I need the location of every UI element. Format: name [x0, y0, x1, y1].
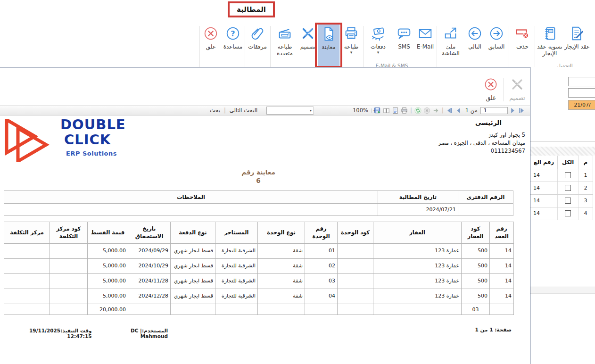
report-title-number: 6	[4, 176, 513, 185]
search-controls: بحث | البحث التالى	[210, 106, 257, 115]
help-button[interactable]: ? مساعدة	[222, 24, 244, 67]
help-icon: ?	[224, 25, 241, 42]
button-label: التالي	[468, 43, 481, 50]
button-label: عقد الإيجار	[564, 43, 590, 50]
next-page-icon[interactable]	[509, 107, 517, 115]
ribbon: غلق ? مساعدة مرفقات طباعة متعددة تصميم م…	[0, 21, 595, 70]
row-number-cell: 1	[578, 169, 593, 182]
page-setup-icon[interactable]	[391, 107, 399, 115]
row-number-cell: 3	[578, 194, 593, 207]
contract-number-cell: 14	[530, 194, 558, 207]
search-link[interactable]: بحث	[210, 107, 220, 114]
select-checkbox[interactable]	[565, 172, 571, 178]
form-input[interactable]	[568, 88, 595, 98]
table-cell: 2024/12/28	[128, 289, 171, 304]
date-field[interactable]: 21/07/	[568, 100, 595, 110]
refresh-icon[interactable]	[414, 107, 422, 115]
find-next-link[interactable]: البحث التالى	[230, 107, 257, 114]
sms-button[interactable]: SMS	[394, 24, 414, 67]
table-cell: عمارة 123	[373, 259, 462, 274]
payments-icon	[370, 25, 387, 42]
totals-cell	[338, 304, 373, 315]
select-checkbox[interactable]	[565, 185, 571, 191]
select-checkbox[interactable]	[565, 198, 571, 204]
table-cell	[4, 259, 50, 274]
main-table-header-row: رقم العقدكود العقارالعقاركود الوحدةرقم ا…	[4, 222, 514, 244]
table-cell: قسط ايجار شهري	[171, 259, 215, 274]
delete-button[interactable]: حذف	[511, 24, 534, 67]
main-table-header: رقم العقد	[490, 222, 514, 244]
table-cell: 5,000.00	[88, 259, 128, 274]
search-input[interactable]: ▾	[266, 107, 314, 115]
button-label: تصميم	[509, 94, 525, 101]
last-page-icon[interactable]	[518, 107, 526, 115]
info-table-header: تاريخ المطالبة	[378, 191, 458, 204]
logo-text-click: CLICK	[64, 133, 111, 147]
main-table-header: نوع الوحدة	[258, 222, 305, 244]
attachment-icon	[249, 25, 266, 42]
user-footer: المستخدم:DC | Mahmoud	[102, 328, 168, 339]
info-table-header: الملاحظات	[4, 191, 378, 204]
next-button[interactable]: التالي	[464, 24, 486, 67]
previous-page-icon[interactable]	[455, 107, 463, 115]
table-cell: 04	[305, 289, 338, 304]
email-button[interactable]: E-Mail	[414, 24, 437, 67]
zoom-control[interactable]: 100% ▾	[353, 106, 375, 115]
company-address-2: ميدان المساحة ، الدقي ، الجيزة ، مصر	[387, 139, 525, 147]
arrow-left-icon	[466, 25, 483, 42]
table-cell: شقة	[258, 244, 305, 259]
grid-row: 214	[530, 182, 593, 194]
table-cell: 500	[462, 259, 490, 274]
table-cell	[338, 289, 373, 304]
info-table: الرقم الدفترىتاريخ المطالبةالملاحظات2024…	[4, 190, 513, 216]
chevron-down-icon[interactable]: ▾	[308, 107, 314, 114]
design-button[interactable]: تصميم	[298, 24, 318, 67]
lease-settlement-button[interactable]: تسوية عقد الإيجار	[536, 24, 563, 67]
fullscreen-button[interactable]: ملئ الشاشة	[438, 24, 463, 67]
email-icon	[417, 25, 434, 42]
table-row: 14500عمارة 12303شقةالشرقية للتجارةقسط اي…	[4, 274, 514, 289]
print-icon[interactable]	[400, 107, 408, 115]
dropdown-caret-icon[interactable]: ▾	[377, 50, 380, 55]
print-button[interactable]: طباعة ▾	[340, 24, 362, 67]
lease-contract-button[interactable]: عقد الإيجار	[564, 24, 590, 67]
stop-icon[interactable]	[423, 107, 431, 115]
totals-cell: 20,000.00	[88, 304, 128, 315]
table-cell: الشرقية للتجارة	[215, 274, 258, 289]
main-table: رقم العقدكود العقارالعقاركود الوحدةرقم ا…	[4, 222, 514, 315]
totals-cell	[258, 304, 305, 315]
close-button[interactable]: غلق	[200, 24, 222, 67]
export-save-icon[interactable]	[373, 107, 381, 115]
attachments-button[interactable]: مرفقات	[246, 24, 269, 67]
preview-button[interactable]: معاينة	[318, 24, 339, 67]
table-cell: 14	[490, 244, 514, 259]
delete-icon	[514, 25, 531, 42]
preview-close-button[interactable]: غلق	[480, 76, 502, 101]
ribbon-separator	[437, 26, 437, 67]
page-layout-icon[interactable]	[382, 107, 390, 115]
first-page-icon[interactable]	[446, 107, 454, 115]
button-label: تسوية عقد الإيجار	[536, 43, 563, 57]
button-label: ملئ الشاشة	[438, 43, 463, 57]
company-address-1: 5 بجوار اور كيدز	[387, 131, 525, 139]
company-header: الرئيسى 5 بجوار اور كيدز ميدان المساحة ،…	[387, 119, 528, 155]
dropdown-caret-icon[interactable]: ▾	[350, 50, 353, 55]
table-cell	[4, 244, 50, 259]
forward-icon[interactable]	[432, 107, 440, 115]
table-cell: 500	[462, 274, 490, 289]
table-cell: 02	[305, 259, 338, 274]
previous-button[interactable]: السابق	[486, 24, 507, 67]
current-page-input[interactable]: 1	[480, 107, 508, 114]
design-icon	[299, 25, 316, 42]
payments-button[interactable]: دفعات ▾	[365, 24, 391, 67]
totals-cell	[4, 304, 50, 315]
notebook-icon	[541, 25, 558, 42]
select-checkbox[interactable]	[565, 210, 571, 216]
form-input[interactable]	[568, 77, 595, 86]
totals-cell	[215, 304, 258, 315]
separator	[504, 78, 504, 101]
totals-row: 0320,000.00	[4, 304, 514, 315]
table-cell: قسط ايجار شهري	[171, 289, 215, 304]
multi-print-button[interactable]: طباعة متعددة	[272, 24, 298, 67]
preview-design-button[interactable]: تصميم	[506, 76, 528, 101]
